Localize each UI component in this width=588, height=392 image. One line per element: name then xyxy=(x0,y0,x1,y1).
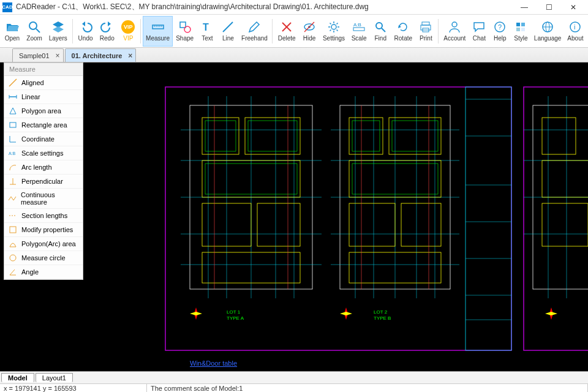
status-comment: The comment scale of Model:1 xyxy=(147,384,588,392)
measure-linear[interactable]: Linear xyxy=(4,90,83,104)
svg-rect-76 xyxy=(257,203,300,246)
section-icon xyxy=(8,211,18,220)
account-button[interactable]: Account xyxy=(440,16,469,47)
language-button[interactable]: Language xyxy=(531,16,564,47)
svg-point-17 xyxy=(331,24,336,29)
titlebar: CAD CADReader - C:\1、Work\1. SEC\2、MY br… xyxy=(0,0,588,15)
text-icon: T xyxy=(200,20,214,34)
svg-marker-124 xyxy=(545,312,557,315)
measure-modify-properties[interactable]: Modify properties xyxy=(4,223,83,237)
help-button[interactable]: ?Help xyxy=(489,16,510,47)
ruler-icon xyxy=(151,20,165,34)
settings-button[interactable]: Settings xyxy=(320,16,348,47)
style-button[interactable]: Style xyxy=(510,16,531,47)
close-icon[interactable]: × xyxy=(128,51,132,60)
undo-icon xyxy=(79,20,92,34)
measure-coordinate[interactable]: Coordinate xyxy=(4,132,83,146)
svg-rect-122 xyxy=(542,203,588,246)
svg-line-21 xyxy=(382,28,385,32)
svg-rect-105 xyxy=(392,121,438,151)
svg-rect-19 xyxy=(353,28,364,31)
svg-line-37 xyxy=(9,79,17,86)
coord-icon xyxy=(8,135,18,143)
minimize-button[interactable]: — xyxy=(512,0,537,15)
measure-arc-length[interactable]: Arc length xyxy=(4,160,83,175)
measure-continuous[interactable]: Continuous measure xyxy=(4,189,83,209)
gear-icon xyxy=(327,20,341,34)
freehand-button[interactable]: Freehand xyxy=(238,16,270,47)
svg-rect-99 xyxy=(389,118,441,154)
svg-text:?: ? xyxy=(498,23,502,31)
chat-button[interactable]: Chat xyxy=(469,16,489,47)
angle-icon xyxy=(8,268,18,276)
text-button[interactable]: TText xyxy=(197,16,217,47)
linear-icon xyxy=(8,92,18,101)
polyarc-icon xyxy=(8,239,18,248)
maximize-button[interactable]: ☐ xyxy=(537,0,561,15)
measure-perpendicular[interactable]: Perpendicular xyxy=(4,175,83,189)
svg-text:i: i xyxy=(574,23,575,31)
main-toolbar: Open Zoom Layers Undo Redo VIPVIP Measur… xyxy=(0,15,588,48)
hide-button[interactable]: Hide xyxy=(299,16,320,47)
line-button[interactable]: Line xyxy=(217,16,238,47)
measure-polygon-arc-area[interactable]: Polygon(Arc) area xyxy=(4,237,83,251)
chat-icon xyxy=(472,20,486,34)
measure-panel-header: Measure xyxy=(4,63,83,76)
scale-button[interactable]: A:BScale xyxy=(348,16,370,47)
measure-circle[interactable]: Measure circle xyxy=(4,251,83,265)
measure-angle[interactable]: Angle xyxy=(4,265,83,279)
svg-rect-30 xyxy=(516,28,520,31)
svg-text:TYPE A: TYPE A xyxy=(227,315,244,321)
continuous-icon xyxy=(8,194,17,203)
open-button[interactable]: Open xyxy=(1,16,23,47)
measure-polygon-area[interactable]: Polygon area xyxy=(4,104,83,118)
svg-point-25 xyxy=(452,22,457,27)
vip-icon: VIP xyxy=(121,20,135,34)
style-icon xyxy=(514,20,527,34)
model-tab[interactable]: Model xyxy=(1,373,34,382)
measure-scale-settings[interactable]: A:BScale settings xyxy=(4,146,83,160)
measure-rectangle-area[interactable]: Rectangle area xyxy=(4,118,83,132)
svg-rect-101 xyxy=(349,203,395,246)
svg-rect-42 xyxy=(10,123,16,127)
window-title: CADReader - C:\1、Work\1. SEC\2、MY branch… xyxy=(16,2,512,12)
measure-button[interactable]: Measure xyxy=(143,16,173,47)
circle-icon xyxy=(8,254,18,262)
redo-button[interactable]: Redo xyxy=(96,16,118,47)
rotate-button[interactable]: Rotate xyxy=(391,16,415,47)
shape-button[interactable]: Shape xyxy=(173,16,197,47)
find-button[interactable]: Find xyxy=(370,16,391,47)
info-icon: i xyxy=(568,20,582,34)
svg-rect-73 xyxy=(245,118,300,154)
perp-icon xyxy=(8,177,18,186)
svg-line-11 xyxy=(223,22,233,32)
scale-icon: A:B xyxy=(8,149,18,157)
measure-section-lengths[interactable]: Section lengths xyxy=(4,209,83,223)
aligned-icon xyxy=(8,78,18,87)
globe-icon xyxy=(541,20,554,34)
zoom-button[interactable]: Zoom xyxy=(23,16,46,47)
close-icon[interactable]: × xyxy=(56,51,60,60)
line-icon xyxy=(221,20,235,34)
svg-point-9 xyxy=(184,26,190,32)
arc-icon xyxy=(8,163,18,172)
svg-point-0 xyxy=(29,22,37,29)
drawing-canvas[interactable]: Measure Aligned Linear Polygon area Rect… xyxy=(0,62,588,371)
undo-button[interactable]: Undo xyxy=(75,16,96,47)
print-button[interactable]: Print xyxy=(415,16,436,47)
measure-panel: Measure Aligned Linear Polygon area Rect… xyxy=(4,62,83,280)
layers-button[interactable]: Layers xyxy=(45,16,70,47)
close-button[interactable]: ✕ xyxy=(561,0,586,15)
vip-button[interactable]: VIPVIP xyxy=(118,16,138,47)
measure-aligned[interactable]: Aligned xyxy=(4,76,83,90)
statusbar: x = 1979141 y = 165593 The comment scale… xyxy=(0,383,588,392)
about-button[interactable]: iAbout xyxy=(564,16,587,47)
eye-off-icon xyxy=(303,20,316,34)
file-tab-sample01[interactable]: Sample01× xyxy=(12,48,64,62)
file-tab-architecture[interactable]: 01. Architecture× xyxy=(65,48,137,62)
search-icon xyxy=(374,20,387,34)
zoom-icon xyxy=(28,20,41,34)
layout1-tab[interactable]: Layout1 xyxy=(36,373,73,382)
svg-rect-53 xyxy=(466,87,511,350)
delete-button[interactable]: Delete xyxy=(274,16,299,47)
